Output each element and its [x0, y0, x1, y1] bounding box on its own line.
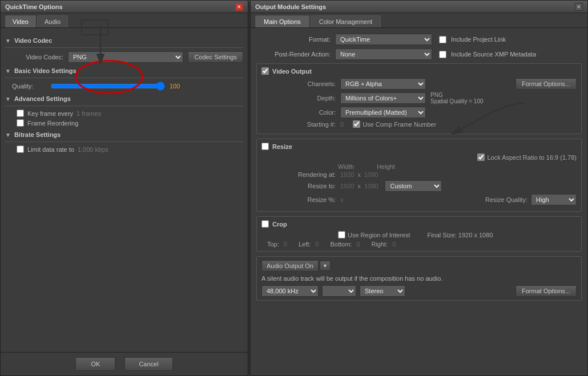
basic-video-title: Basic Video Settings [14, 67, 76, 74]
sample-rate-select[interactable]: 48,000 kHz 44,100 kHz [261, 285, 319, 297]
audio-output-button[interactable]: Audio Output On [261, 260, 319, 272]
crop-top-label: Top: [267, 241, 279, 248]
frame-reorder-checkbox[interactable] [17, 119, 24, 127]
crop-title: Crop [272, 221, 287, 228]
format-label: Format: [256, 36, 331, 43]
channels-select[interactable]: RGB + Alpha RGB [340, 78, 426, 90]
resize-section: Resize Lock Aspect Ratio to 16:9 (1.78) … [256, 139, 582, 212]
include-project-link-label: Include Project Link [451, 36, 506, 43]
final-size-label: Final Size: 1920 x 1080 [427, 232, 493, 238]
bitrate-triangle[interactable]: ▼ [5, 132, 11, 138]
quicktime-dialog: QuickTime Options ✕ Video Audio ▼ Video … [0, 0, 248, 376]
limit-data-row: Limit data rate to 1,000 kbps [5, 145, 243, 153]
crop-top-value: 0 [284, 241, 287, 248]
resize-title: Resize [272, 143, 292, 150]
qt-tab-audio[interactable]: Audio [37, 15, 68, 27]
video-output-section: Video Output Channels: RGB + Alpha RGB F… [256, 63, 582, 134]
rendering-at-label: Rendering at: [261, 171, 336, 178]
resize-to-label: Resize to: [261, 183, 336, 189]
quality-row: Quality: 100 [5, 82, 243, 91]
video-codec-triangle[interactable]: ▼ [5, 38, 11, 44]
resize-to-row: Resize to: 1920 x 1080 Custom 720p 1080p [261, 180, 577, 192]
keyframe-row: Key frame every 1 frames [5, 110, 243, 117]
crop-bottom-label: Bottom: [330, 241, 352, 248]
format-options-button[interactable]: Format Options... [515, 78, 577, 90]
lock-aspect-row: Lock Aspect Ratio to 16:9 (1.78) [261, 153, 577, 161]
qt-footer: OK Cancel [1, 352, 248, 375]
format-select[interactable]: QuickTime AVI PNG Sequence [335, 34, 432, 45]
quality-value: 100 [170, 83, 180, 90]
resize-preset-select[interactable]: Custom 720p 1080p [385, 180, 442, 192]
video-output-checkbox[interactable] [261, 67, 269, 75]
quality-label: Quality: [12, 83, 46, 90]
post-render-label: Post-Render Action: [256, 51, 331, 58]
codec-settings-button[interactable]: Codec Settings [188, 51, 243, 63]
png-note: PNG Spatial Quality = 100 [430, 92, 484, 104]
resize-col-headers: Width Height [261, 163, 577, 170]
video-codec-section-header: ▼ Video Codec [5, 37, 243, 44]
oms-close-button[interactable]: ✕ [575, 3, 583, 11]
color-select[interactable]: Premultiplied (Matted) Straight (Unmatte… [340, 107, 426, 118]
limit-data-value: 1,000 kbps [78, 146, 108, 153]
resize-to-w: 1920 [340, 183, 354, 189]
rendering-h: 1080 [364, 171, 378, 178]
depth-select[interactable]: Millions of Colors+ Millions of Colors T… [340, 92, 426, 104]
crop-section: Crop Use Region of Interest Final Size: … [256, 216, 582, 252]
oms-title: Output Module Settings [255, 3, 326, 10]
qt-titlebar: QuickTime Options ✕ [1, 1, 248, 13]
channels-row: Channels: RGB + Alpha RGB Format Options… [261, 78, 577, 90]
qt-title: QuickTime Options [5, 3, 63, 10]
advanced-title: Advanced Settings [14, 95, 71, 102]
post-render-select[interactable]: None Import [335, 48, 432, 60]
audio-output-dropdown: Audio Output On ▼ [261, 260, 331, 272]
qt-tabs: Video Audio [1, 13, 248, 28]
crop-roi-row: Use Region of Interest Final Size: 1920 … [261, 231, 577, 238]
audio-note: A silent audio track will be output if t… [261, 275, 442, 282]
oms-tab-main[interactable]: Main Options [255, 15, 309, 27]
oms-titlebar: Output Module Settings ✕ [251, 1, 587, 13]
video-codec-label: Video Codec: [12, 54, 63, 60]
resize-quality-label: Resize Quality: [485, 196, 527, 203]
height-header: Height [377, 163, 395, 170]
depth-row: Depth: Millions of Colors+ Millions of C… [261, 92, 577, 104]
advanced-section-header: ▼ Advanced Settings [5, 95, 243, 102]
use-comp-frame-label: Use Comp Frame Number [363, 121, 436, 128]
video-codec-select[interactable]: PNG H.264 ProRes [68, 51, 183, 63]
bitrate-title: Bitrate Settings [14, 131, 61, 138]
advanced-triangle[interactable]: ▼ [5, 96, 11, 102]
ok-button[interactable]: OK [75, 357, 115, 371]
oms-tab-color[interactable]: Color Management [311, 15, 381, 27]
qt-close-button[interactable]: ✕ [235, 3, 243, 11]
cancel-button[interactable]: Cancel [124, 357, 172, 371]
crop-checkbox[interactable] [261, 220, 269, 228]
audio-format-options-button[interactable]: Format Options... [515, 285, 577, 297]
include-project-link-checkbox[interactable] [439, 36, 446, 43]
starting-row: Starting #: 0 Use Comp Frame Number [261, 120, 577, 128]
limit-data-checkbox[interactable] [17, 145, 24, 153]
resize-pct-row: Resize %: x Resize Quality: High Medium … [261, 194, 577, 205]
resize-quality-select[interactable]: High Medium Low [531, 194, 577, 205]
qt-tab-video[interactable]: Video [5, 15, 36, 27]
use-comp-frame-checkbox[interactable] [353, 120, 360, 128]
quality-slider[interactable] [51, 82, 165, 91]
audio-section: Audio Output On ▼ A silent audio track w… [256, 256, 582, 301]
resize-checkbox[interactable] [261, 143, 269, 150]
audio-format-select[interactable] [322, 285, 356, 297]
basic-video-triangle[interactable]: ▼ [5, 68, 11, 74]
oms-body: Format: QuickTime AVI PNG Sequence Inclu… [251, 28, 587, 373]
channels-audio-select[interactable]: Stereo Mono [360, 285, 405, 297]
crop-left-value: 0 [315, 241, 319, 248]
use-roi-label: Use Region of Interest [348, 232, 410, 238]
frame-reorder-row: Frame Reordering [5, 119, 243, 127]
width-header: Width [338, 163, 354, 170]
resize-header: Resize [261, 143, 577, 150]
include-source-xmp-checkbox[interactable] [439, 51, 446, 58]
keyframe-label: Key frame every [27, 110, 73, 117]
use-roi-checkbox[interactable] [338, 231, 345, 238]
bitrate-section-header: ▼ Bitrate Settings [5, 131, 243, 138]
video-codec-row: Video Codec: PNG H.264 ProRes Codec Sett… [5, 51, 243, 63]
keyframe-checkbox[interactable] [17, 110, 24, 117]
audio-output-dropdown-arrow[interactable]: ▼ [320, 261, 331, 271]
qt-body: ▼ Video Codec Video Codec: PNG H.264 Pro… [1, 28, 248, 345]
lock-aspect-checkbox[interactable] [477, 153, 485, 161]
